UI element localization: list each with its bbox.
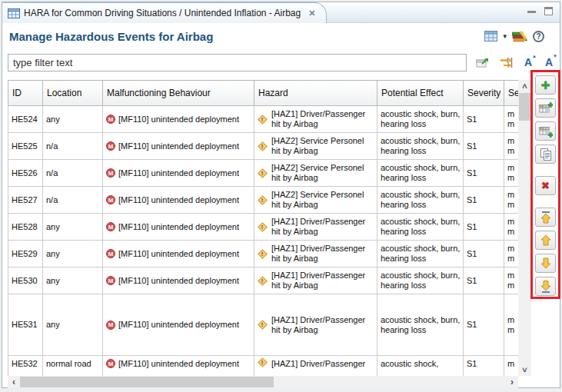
hazard-warning-icon: ! xyxy=(258,195,268,205)
cell-se: m m xyxy=(504,214,519,241)
increase-font-button[interactable]: A▲ xyxy=(521,56,535,68)
vertical-scroll-thumb[interactable] xyxy=(519,93,530,121)
cell-hazard: ![HAZ1] Driver/Passenger hit by Airbag xyxy=(254,241,377,267)
add-row-above-button[interactable] xyxy=(535,98,556,118)
cell-severity: S1 xyxy=(464,133,504,160)
decrease-font-button[interactable]: A▼ xyxy=(542,56,556,68)
horizontal-scroll-thumb[interactable] xyxy=(20,377,274,387)
cell-effect: acoustic shock, burn, hearing loss xyxy=(377,187,464,214)
copy-button[interactable] xyxy=(535,145,556,164)
table-row[interactable]: HE531 any M[MF110] unintended deployment… xyxy=(8,294,519,356)
cell-id: HE526 xyxy=(8,160,43,187)
col-header-malfunctioning-behaviour[interactable]: Malfunctioning Behaviour xyxy=(103,81,254,106)
cell-id: HE530 xyxy=(8,267,43,294)
cell-se: m m xyxy=(504,133,519,160)
tab-title: HARA for Common Driving Situations / Uni… xyxy=(24,8,301,18)
maximize-icon[interactable] xyxy=(544,7,553,15)
col-header-potential-effect[interactable]: Potential Effect xyxy=(377,81,464,106)
move-to-top-button[interactable] xyxy=(535,208,556,227)
view-menu-caret-icon[interactable]: ▾ xyxy=(503,32,507,40)
table-row[interactable]: HE529 any M[MF110] unintended deployment… xyxy=(8,241,519,267)
add-row-below-button[interactable] xyxy=(535,121,556,141)
table-add-above-icon xyxy=(539,102,553,115)
malfunction-icon: M xyxy=(106,168,115,178)
cell-location: n/a xyxy=(43,133,103,160)
hazard-warning-icon: ! xyxy=(258,276,268,286)
move-to-top-icon xyxy=(540,211,551,224)
cell-malfunction: M[MF110] unintended deployment xyxy=(103,187,254,214)
table-row[interactable]: HE526 n/a M[MF110] unintended deployment… xyxy=(8,160,519,187)
tab-close-icon[interactable]: ✕ xyxy=(308,8,315,18)
move-up-button[interactable] xyxy=(535,231,556,250)
table-view-icon[interactable] xyxy=(484,31,497,42)
align-columns-icon[interactable] xyxy=(497,55,514,70)
table-horizontal-scrollbar[interactable]: ‹ › xyxy=(8,376,518,388)
table-row[interactable]: HE530 any M[MF110] unintended deployment… xyxy=(8,267,519,294)
cell-location: any xyxy=(43,241,103,267)
page-title: Manage Hazardous Events for Airbag xyxy=(9,30,213,43)
cell-malfunction: M[MF110] unintended deployment xyxy=(103,356,254,377)
cell-id: HE528 xyxy=(8,214,43,241)
table-row[interactable]: HE524 any M[MF110] unintended deployment… xyxy=(8,106,519,133)
minimize-icon[interactable] xyxy=(527,11,536,13)
cell-se: m m xyxy=(504,106,519,133)
cell-se: m m xyxy=(504,267,519,294)
cell-hazard: ![HAZ1] Driver/Passenger hit by Airbag xyxy=(254,214,377,241)
table-clip: ID Location Malfunctioning Behaviour Haz… xyxy=(8,80,518,376)
scroll-left-icon[interactable]: ‹ xyxy=(8,376,20,388)
cell-hazard: ![HAZ1] Driver/Passenger xyxy=(254,356,377,377)
table-row[interactable]: HE532 normal road M[MF110] unintended de… xyxy=(8,356,519,377)
scroll-right-icon[interactable]: › xyxy=(506,376,518,388)
scroll-down-icon[interactable]: ˅ xyxy=(518,364,531,376)
delete-button[interactable]: ✖ xyxy=(535,176,556,195)
cell-id: HE531 xyxy=(8,294,43,356)
cell-id: HE524 xyxy=(8,106,43,133)
cell-location: normal road xyxy=(43,356,103,377)
move-down-icon xyxy=(540,257,551,270)
move-to-bottom-button[interactable] xyxy=(535,277,556,296)
tab-bar: HARA for Common Driving Situations / Uni… xyxy=(2,2,560,23)
hazard-warning-icon: ! xyxy=(258,249,268,259)
col-header-severity[interactable]: Severity xyxy=(464,81,504,106)
cell-location: any xyxy=(43,267,103,294)
cell-malfunction: M[MF110] unintended deployment xyxy=(103,214,254,241)
table-icon xyxy=(8,8,20,18)
col-header-hazard[interactable]: Hazard xyxy=(254,81,377,106)
col-header-se[interactable]: Se xyxy=(504,81,519,106)
table-header-row: ID Location Malfunctioning Behaviour Haz… xyxy=(8,81,519,106)
help-icon[interactable]: ? xyxy=(533,31,544,42)
toolbar-spacer xyxy=(545,199,546,204)
cell-malfunction: M[MF110] unintended deployment xyxy=(103,106,254,133)
move-to-bottom-icon xyxy=(540,281,551,293)
delete-icon: ✖ xyxy=(541,181,550,191)
cell-location: any xyxy=(43,214,103,241)
clear-window-icon[interactable] xyxy=(474,55,491,70)
malfunction-icon: M xyxy=(106,195,115,204)
cell-se: m m xyxy=(504,160,519,187)
table-vertical-scrollbar[interactable]: ˄ ˅ xyxy=(518,80,531,376)
scroll-up-icon[interactable]: ˄ xyxy=(518,80,531,92)
cell-effect: acoustic shock, burn, hearing loss xyxy=(377,294,464,356)
malfunction-icon: M xyxy=(106,359,115,368)
cell-effect: acoustic shock, xyxy=(377,356,464,377)
cell-malfunction: M[MF110] unintended deployment xyxy=(103,160,254,187)
arrow-down-icon: ▼ xyxy=(553,54,557,58)
cell-hazard: ![HAZ1] Driver/Passenger hit by Airbag xyxy=(254,267,377,294)
col-header-location[interactable]: Location xyxy=(43,81,103,106)
table-row[interactable]: HE528 any M[MF110] unintended deployment… xyxy=(8,214,519,241)
table-row[interactable]: HE527 n/a M[MF110] unintended deployment… xyxy=(8,187,519,214)
cell-location: n/a xyxy=(43,160,103,187)
malfunction-icon: M xyxy=(106,115,115,124)
arrow-up-icon: ▲ xyxy=(532,54,537,58)
cell-hazard: ![HAZ2] Service Personel hit by Airbag xyxy=(254,187,377,214)
cell-severity: S1 xyxy=(464,356,504,377)
plus-icon: ✚ xyxy=(541,80,550,91)
move-down-button[interactable] xyxy=(535,254,556,273)
col-header-id[interactable]: ID xyxy=(8,81,43,106)
filter-input[interactable] xyxy=(8,54,467,71)
library-books-icon[interactable] xyxy=(512,30,527,43)
hazard-warning-icon: ! xyxy=(258,141,268,151)
tab-hara-editor[interactable]: HARA for Common Driving Situations / Uni… xyxy=(2,2,327,23)
table-row[interactable]: HE525 n/a M[MF110] unintended deployment… xyxy=(8,133,519,160)
add-button[interactable]: ✚ xyxy=(535,75,556,95)
